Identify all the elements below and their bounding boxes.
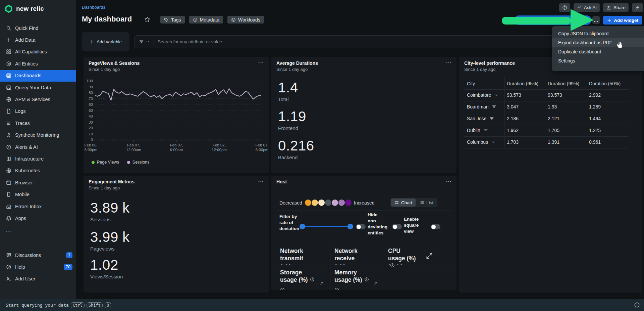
sidebar-item-mobile[interactable]: Mobile: [0, 188, 76, 200]
duration-cell: 1.93: [548, 104, 557, 109]
slider-handle-right[interactable]: [347, 224, 353, 229]
query-bar[interactable]: Start querying your data CtrlShiftO: [0, 299, 644, 311]
panel-title-storage-usage: Storage usage (%): [280, 269, 316, 283]
legend-decreased-label: Decreased: [279, 200, 302, 206]
duration-cell: 1.962: [507, 128, 519, 133]
add-widget-button[interactable]: Add widget: [603, 16, 642, 25]
sidebar-item-add-data[interactable]: Add Data: [0, 34, 76, 46]
hide-entities-toggle[interactable]: [356, 224, 366, 229]
sidebar-item-all-entities[interactable]: All Entities: [0, 58, 76, 70]
metric-total: 1.4Total: [278, 80, 298, 102]
city-name: San Jose: [467, 116, 486, 121]
sidebar-item-label: Kubernetes: [15, 168, 40, 173]
sidebar-item-dashboards[interactable]: Dashboards: [0, 70, 76, 82]
panel-title-cpu-usage: CPU usage (%): [388, 247, 419, 269]
sidebar-item-alerts-ai[interactable]: Alerts & AI: [0, 141, 76, 153]
sidebar-item-errors-inbox[interactable]: Errors Inbox: [0, 201, 76, 212]
sidebar-item-traces[interactable]: Traces: [0, 117, 76, 129]
sidebar-item-label: Logs: [15, 108, 25, 114]
sidebar-item-synthetic-monitoring[interactable]: Synthetic Monitoring: [0, 129, 76, 141]
filter-icon[interactable]: [494, 93, 499, 97]
sidebar-item-infrastructure[interactable]: Infrastructure: [0, 153, 76, 165]
sidebar-item-label: Synthetic Monitoring: [15, 132, 59, 138]
info-icon[interactable]: [634, 302, 640, 308]
legend-label: Page Views: [97, 160, 119, 165]
y-axis-label: 0: [84, 138, 93, 142]
tags-button[interactable]: Tags: [160, 16, 185, 24]
link-button[interactable]: [632, 3, 643, 12]
extra-toggle[interactable]: [431, 224, 440, 229]
widget-menu-button[interactable]: ...: [258, 177, 264, 183]
sidebar-more-button[interactable]: ...: [0, 224, 76, 236]
sidebar-item-browser[interactable]: Browser: [0, 177, 76, 188]
widget-title: Host: [276, 179, 287, 184]
share-button[interactable]: Share: [603, 3, 629, 12]
chevron-down-icon[interactable]: [128, 18, 132, 22]
newrelic-logo[interactable]: new relic: [4, 4, 44, 13]
sidebar-item-kubernetes[interactable]: Kubernetes: [0, 165, 76, 177]
legend-item-sessions[interactable]: Sessions: [127, 160, 150, 165]
pill-label: Workloads: [238, 17, 260, 23]
filter-icon[interactable]: [483, 128, 488, 133]
table-divider: [464, 148, 629, 148]
filter-dropdown[interactable]: [135, 39, 154, 44]
legend-item-page-views[interactable]: Page Views: [92, 160, 119, 165]
sidebar-item-apm-services[interactable]: APM & Services: [0, 93, 76, 105]
sidebar-item-label: Errors Inbox: [15, 204, 42, 209]
sidebar-item-quick-find[interactable]: Quick Find: [0, 22, 76, 34]
sidebar-item-logs[interactable]: Logs: [0, 105, 76, 117]
sidebar-item-add-user[interactable]: Add User: [0, 273, 76, 285]
slider-handle-left[interactable]: [300, 224, 305, 229]
breadcrumb[interactable]: Dashboards: [82, 5, 105, 10]
dashboard-actions: ... Add widget: [592, 16, 642, 25]
widget-engagement-metrics: Engagement Metrics Since 1 day ago ... 3…: [84, 176, 269, 293]
clipped-value: 0.00: [334, 261, 365, 265]
square-view-toggle[interactable]: [392, 224, 402, 229]
button-label: Share: [613, 5, 626, 10]
menu-item-export-dashboard-as-pdf[interactable]: Export dashboard as PDF: [552, 38, 644, 47]
x-axis-label: Feb 06,6:00pm: [84, 143, 107, 152]
add-variable-button[interactable]: Add variable: [82, 32, 129, 51]
plus-icon: [607, 18, 611, 23]
chart-list-toggle: ChartList: [390, 198, 437, 207]
sidebar-item-apps[interactable]: Apps: [0, 212, 76, 224]
menu-item-duplicate-dashboard[interactable]: Duplicate dashboard: [552, 47, 644, 56]
city-cell: Coimbatore: [467, 92, 499, 98]
plus-icon: [6, 37, 11, 43]
sidebar-item-all-capabilities[interactable]: All Capabilities: [0, 46, 76, 58]
traces-icon: [6, 121, 11, 126]
table-divider: [545, 77, 545, 148]
view-chart[interactable]: Chart: [391, 198, 416, 207]
deviation-slider[interactable]: [303, 226, 351, 227]
sidebar-item-help[interactable]: Help70: [0, 261, 76, 273]
workloads-button[interactable]: Workloads: [227, 16, 264, 24]
column-header-duration-99: Duration (99%): [548, 81, 579, 86]
filter-icon[interactable]: [489, 116, 494, 121]
expand-icon[interactable]: [426, 252, 433, 260]
metadata-button[interactable]: Metadata: [189, 16, 223, 24]
pill-label: Metadata: [200, 17, 219, 23]
expand-icon[interactable]: [320, 281, 324, 286]
duration-cell: 2.121: [548, 116, 559, 121]
inbox-icon: [6, 204, 11, 209]
search-icon: [6, 26, 11, 31]
expand-icon[interactable]: [374, 281, 378, 286]
sidebar-item-query-your-data[interactable]: Query Your Data: [0, 82, 76, 93]
table-divider: [464, 101, 629, 101]
view-list[interactable]: List: [416, 198, 437, 207]
deviation-dot-5: [338, 199, 345, 206]
adduser-icon: [6, 276, 11, 281]
sidebar-item-discussions[interactable]: Discussions7: [0, 249, 76, 261]
sidebar-item-label: Mobile: [15, 192, 30, 197]
menu-item-settings[interactable]: Settings: [552, 56, 644, 65]
widget-menu-button[interactable]: ...: [446, 177, 452, 183]
widget-host: Host ... Decreased Increased ChartList F…: [271, 176, 457, 290]
city-cell: Dublin: [467, 128, 488, 133]
filter-icon[interactable]: [492, 104, 496, 109]
duration-cell: 1.705: [548, 128, 559, 133]
sidebar-item-label: Browser: [15, 180, 33, 185]
widget-title: City-level performance: [464, 60, 515, 66]
widget-menu-button[interactable]: ...: [446, 58, 452, 64]
favorite-star-icon[interactable]: [144, 16, 150, 23]
filter-icon[interactable]: [491, 140, 496, 144]
